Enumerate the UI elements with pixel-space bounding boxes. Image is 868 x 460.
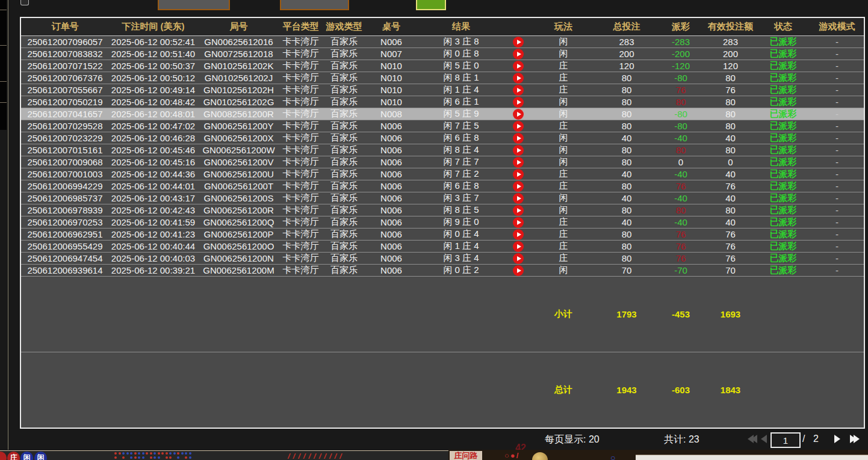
banker-road-tab[interactable]: 庄问路 [450, 451, 482, 460]
replay-play-icon[interactable] [513, 145, 524, 156]
prev-page-button[interactable] [761, 435, 767, 443]
replay-play-icon[interactable] [513, 85, 524, 96]
result: 闲 3 庄 8 [416, 36, 506, 48]
replay-play-icon[interactable] [513, 97, 524, 108]
status: 已派彩 [756, 180, 810, 192]
status: 已派彩 [756, 156, 810, 168]
status: 已派彩 [756, 84, 810, 96]
total-bet: 70 [597, 265, 657, 276]
bet-time: 2025-06-12 00:46:28 [109, 132, 197, 144]
payout: -70 [657, 265, 705, 276]
valid-bet: 80 [705, 204, 756, 216]
table-number: N006 [367, 36, 416, 48]
bet-time: 2025-06-12 00:50:12 [109, 72, 197, 84]
round-number: GN0062561200M [197, 265, 280, 276]
total-bet: 40 [597, 216, 657, 228]
play-type: 闲 [530, 132, 597, 144]
bet-time: 2025-06-12 00:44:36 [109, 168, 197, 180]
replay-play-icon[interactable] [513, 229, 524, 240]
game-type: 百家乐 [321, 108, 367, 120]
game-mode: - [810, 48, 864, 60]
table-row[interactable]: 2506120069857372025-06-12 00:43:17GN0062… [21, 192, 864, 204]
grand-total-payout: -603 [657, 352, 705, 428]
play-type: 闲 [530, 96, 597, 108]
white-panel-edge [636, 455, 868, 460]
round-number: GN0062561200Q [197, 216, 280, 228]
table-row[interactable]: 2506120070715222025-06-12 00:50:37GN0102… [21, 60, 864, 72]
replay-play-icon[interactable] [513, 37, 524, 48]
road-dot [173, 456, 176, 459]
filter-dropdown-1[interactable] [158, 0, 230, 10]
column-header: 游戏模式 [810, 18, 864, 35]
result: 闲 7 庄 2 [416, 168, 506, 180]
last-page-button[interactable] [850, 435, 860, 443]
table-row[interactable]: 2506120070090682025-06-12 00:45:16GN0062… [21, 156, 864, 168]
order-number: 250612007029528 [21, 120, 109, 132]
replay-play-icon[interactable] [513, 121, 524, 132]
result: 闲 8 庄 4 [416, 144, 506, 156]
table-row[interactable]: 2506120069474542025-06-12 00:40:03GN0062… [21, 252, 864, 264]
column-header: 桌号 [367, 18, 416, 35]
replay-play-icon[interactable] [513, 109, 524, 120]
replay-play-icon[interactable] [513, 217, 524, 228]
valid-bet: 80 [705, 108, 756, 120]
replay-play-icon[interactable] [513, 169, 524, 180]
table-row[interactable]: 2506120070502192025-06-12 00:48:42GN0102… [21, 96, 864, 108]
payout: 80 [657, 96, 705, 108]
column-header: 游戏类型 [321, 18, 367, 35]
table-row[interactable]: 2506120069396142025-06-12 00:39:21GN0062… [21, 264, 864, 276]
replay-play-icon[interactable] [513, 133, 524, 144]
road-legend-symbols: ○●/ [504, 451, 519, 460]
table-row[interactable]: 2506120069554292025-06-12 00:40:44GN0062… [21, 240, 864, 252]
replay-play-icon[interactable] [513, 157, 524, 168]
payout: 76 [657, 180, 705, 192]
table-row[interactable]: 2506120070010032025-06-12 00:44:36GN0062… [21, 168, 864, 180]
result: 闲 8 庄 1 [416, 72, 506, 84]
filter-dropdown-2[interactable] [280, 0, 349, 10]
replay-cell [506, 265, 530, 276]
search-button[interactable] [416, 0, 446, 10]
column-header: 订单号 [21, 18, 109, 35]
road-dot [134, 452, 137, 455]
table-row[interactable]: 2506120070232292025-06-12 00:46:28GN0062… [21, 132, 864, 144]
status: 已派彩 [756, 48, 810, 60]
table-row[interactable]: 2506120069942292025-06-12 00:44:01GN0062… [21, 180, 864, 192]
table-row[interactable]: 2506120070556672025-06-12 00:49:14GN0102… [21, 84, 864, 96]
rail-divider [0, 102, 7, 103]
game-type: 百家乐 [321, 216, 367, 228]
table-row[interactable]: 2506120069629512025-06-12 00:41:23GN0062… [21, 228, 864, 240]
replay-play-icon[interactable] [513, 241, 524, 252]
round-number: GN0062561200P [197, 228, 280, 240]
bet-time: 2025-06-12 00:43:17 [109, 192, 197, 204]
bet-records-table: 订单号下注时间 (美东)局号平台类型游戏类型桌号结果玩法总投注派彩有效投注额状态… [20, 17, 865, 429]
replay-play-icon[interactable] [513, 205, 524, 216]
table-number: N010 [367, 84, 416, 96]
table-row[interactable]: 2506120070838322025-06-12 00:51:40GN0072… [21, 48, 864, 60]
replay-play-icon[interactable] [513, 193, 524, 204]
table-row[interactable]: 2506120070416572025-06-12 00:48:01GN0082… [21, 108, 864, 120]
order-number: 250612007023229 [21, 132, 109, 144]
road-dot [122, 452, 125, 455]
table-row[interactable]: 2506120070673762025-06-12 00:50:12GN0102… [21, 72, 864, 84]
replay-play-icon[interactable] [513, 49, 524, 60]
valid-bet: 70 [705, 265, 756, 276]
replay-play-icon[interactable] [513, 265, 524, 276]
platform-type: 卡卡湾厅 [280, 48, 321, 60]
platform-type: 卡卡湾厅 [280, 36, 321, 48]
table-row[interactable]: 2506120069702532025-06-12 00:41:59GN0062… [21, 216, 864, 228]
first-page-button[interactable] [748, 435, 757, 443]
replay-play-icon[interactable] [513, 73, 524, 84]
table-number: N010 [367, 72, 416, 84]
replay-play-icon[interactable] [513, 61, 524, 72]
table-row[interactable]: 2506120070151612025-06-12 00:45:46GN0062… [21, 144, 864, 156]
road-dot [134, 456, 137, 459]
page-number-input[interactable] [770, 432, 801, 448]
next-page-button[interactable] [834, 435, 840, 443]
table-row[interactable]: 2506120070295282025-06-12 00:47:02GN0062… [21, 120, 864, 132]
replay-play-icon[interactable] [513, 253, 524, 264]
replay-play-icon[interactable] [513, 181, 524, 192]
play-type: 庄 [530, 168, 597, 180]
table-row[interactable]: 2506120069789392025-06-12 00:42:43GN0062… [21, 204, 864, 216]
bead-blue: 闲 [20, 452, 33, 460]
table-row[interactable]: 2506120070960572025-06-12 00:52:41GN0062… [21, 36, 864, 48]
